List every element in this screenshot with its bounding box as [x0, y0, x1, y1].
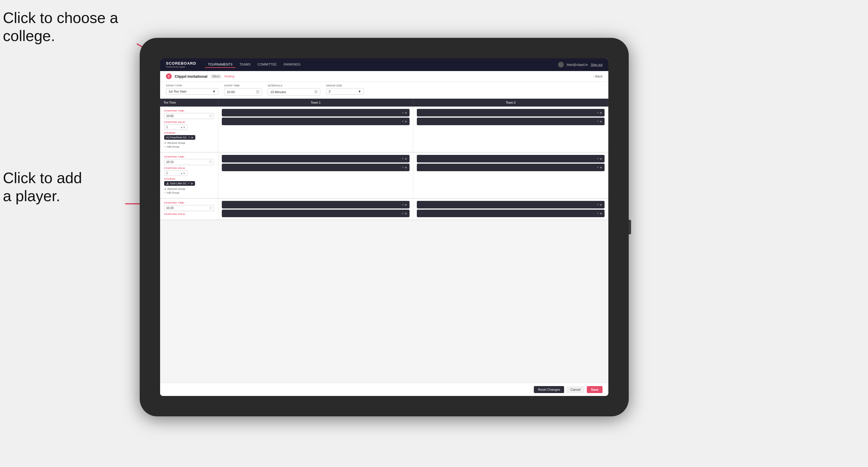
course-expand-1[interactable]: ▶	[191, 136, 193, 139]
logo-area: SCOREBOARD Powered by clippd	[166, 61, 196, 68]
player-slot-5-1[interactable]: ✕ ▶	[222, 201, 409, 209]
team2-cell-3: ✕ ▶ ✕ ▶	[413, 198, 608, 220]
user-avatar	[558, 62, 564, 67]
controls-row: Start Type 1st Tee Start ▼ Start Time 10…	[160, 82, 608, 99]
intervals-label: Intervals	[268, 84, 320, 87]
reset-changes-button[interactable]: Reset Changes	[534, 386, 564, 393]
remove-group-link-2[interactable]: ⊗ Remove Group	[164, 187, 214, 190]
th-tee-time: Tee Time	[160, 99, 218, 106]
start-type-group: Start Type 1st Tee Start ▼	[166, 84, 218, 95]
group-row-1: Starting Time: 10:00 ⓘ Starting Hole: 1 …	[160, 106, 608, 153]
annotation-add-player: Click to add a player.	[3, 169, 82, 205]
course-label-2: Course:	[164, 178, 214, 180]
nav-link-tournaments[interactable]: TOURNAMENTS	[205, 61, 236, 68]
player-slot-6-1[interactable]: ✕ ▶	[417, 201, 604, 209]
team1-cell-3: ✕ ▶ ✕ ▶	[218, 198, 413, 220]
nav-links: TOURNAMENTS TEAMS COMMITTEE RANKINGS	[205, 61, 558, 68]
team1-cell-1: ✕ ▶ ✕ ▶	[218, 106, 413, 152]
group-size-select[interactable]: 3 ▼	[326, 88, 364, 95]
team1-cell-2: ✕ ▶ ✕ ▶	[218, 153, 413, 198]
event-gender-badge: (Men)	[211, 74, 221, 79]
starting-time-input-3[interactable]: 10:20 ⓘ	[164, 205, 214, 211]
course-expand-2[interactable]: ▶	[191, 182, 193, 185]
start-time-select[interactable]: 10:00 ⓘ	[224, 88, 262, 95]
player-slot-4-2[interactable]: ✕ ▶	[417, 164, 604, 171]
starting-hole-label-2: Starting Hole:	[164, 167, 214, 169]
starting-time-label-2: Starting Time:	[164, 155, 214, 158]
add-group-link-1[interactable]: + Add Group	[164, 145, 214, 148]
starting-time-label-3: Starting Time:	[164, 201, 214, 204]
group-row-2: Starting Time: 10:10 ⓘ Starting Hole: 1 …	[160, 153, 608, 198]
player-slot-1-2[interactable]: ✕ ▶	[222, 118, 409, 125]
player-slot-2-1[interactable]: ✕ ▶	[417, 109, 604, 117]
starting-time-label-1: Starting Time:	[164, 110, 214, 112]
intervals-group: Intervals 10 Minutes ⓘ	[268, 84, 320, 95]
course-remove-2[interactable]: ✕	[188, 182, 190, 185]
player-slot-4-1[interactable]: ✕ ▶	[417, 155, 604, 162]
start-type-select[interactable]: 1st Tee Start ▼	[166, 88, 218, 95]
add-group-link-2[interactable]: + Add Group	[164, 191, 214, 194]
tablet-frame: SCOREBOARD Powered by clippd TOURNAMENTS…	[140, 38, 629, 416]
user-email: blair@clippd.io	[567, 63, 588, 66]
team2-cell-1: ✕ ▶ ✕ ▶	[413, 106, 608, 152]
bottom-bar: Reset Changes Cancel Save	[160, 383, 608, 396]
clippd-logo: C	[166, 73, 172, 79]
starting-time-input-2[interactable]: 10:10 ⓘ	[164, 159, 214, 165]
course-label-1: Course:	[164, 132, 214, 134]
starting-hole-label-1: Starting Hole:	[164, 121, 214, 123]
hosting-badge: Hosting	[224, 75, 234, 78]
player-slot-3-2[interactable]: ✕ ▶	[222, 164, 409, 171]
start-type-label: Start Type	[166, 84, 218, 87]
cancel-button[interactable]: Cancel	[566, 386, 585, 393]
course-badge-2[interactable]: 🏞 East Lake GC ✕ ▶	[164, 181, 195, 186]
course-badge-1[interactable]: (A) Peachtree GC ✕ ▶	[164, 135, 195, 140]
starting-hole-input-2[interactable]: 1 ▲▼	[164, 170, 187, 176]
nav-link-teams[interactable]: TEAMS	[237, 61, 253, 68]
starting-hole-label-3: Starting Hole:	[164, 213, 214, 215]
group-size-label: Group Size	[326, 84, 364, 87]
start-time-label: Start Time	[224, 84, 262, 87]
sub-header: C Clippd Invitational (Men) Hosting ‹ Ba…	[160, 71, 608, 82]
logo-text: SCOREBOARD	[166, 61, 196, 65]
intervals-select[interactable]: 10 Minutes ⓘ	[268, 88, 320, 95]
back-button[interactable]: ‹ Back	[593, 74, 602, 78]
player-slot-6-2[interactable]: ✕ ▶	[417, 210, 604, 217]
left-panel-1: Starting Time: 10:00 ⓘ Starting Hole: 1 …	[160, 106, 218, 152]
team2-cell-2: ✕ ▶ ✕ ▶	[413, 153, 608, 198]
player-slot-1-1[interactable]: ✕ ▶	[222, 109, 409, 117]
nav-link-rankings[interactable]: RANKINGS	[281, 61, 303, 68]
player-slot-5-2[interactable]: ✕ ▶	[222, 210, 409, 217]
starting-hole-input-1[interactable]: 1 ▲▼	[164, 124, 187, 130]
left-panel-3: Starting Time: 10:20 ⓘ Starting Hole:	[160, 198, 218, 220]
group-size-group: Group Size 3 ▼	[326, 84, 364, 95]
starting-time-input-1[interactable]: 10:00 ⓘ	[164, 113, 214, 119]
logo-sub: Powered by clippd	[166, 65, 196, 68]
left-panel-2: Starting Time: 10:10 ⓘ Starting Hole: 1 …	[160, 153, 218, 198]
start-time-group: Start Time 10:00 ⓘ	[224, 84, 262, 95]
tablet-side-button	[629, 220, 631, 235]
th-team2: Team 2	[413, 99, 608, 106]
tablet-screen: SCOREBOARD Powered by clippd TOURNAMENTS…	[160, 58, 608, 396]
player-slot-2-2[interactable]: ✕ ▶	[417, 118, 604, 125]
nav-link-committee[interactable]: COMMITTEE	[255, 61, 280, 68]
nav-right: blair@clippd.io Sign out	[558, 62, 602, 67]
group-row-3: Starting Time: 10:20 ⓘ Starting Hole: ✕ …	[160, 198, 608, 220]
schedule-table: Tee Time Team 1 Team 2 Starting Time: 10…	[160, 99, 608, 383]
course-remove-1[interactable]: ✕	[188, 136, 190, 139]
remove-group-link-1[interactable]: ⊗ Remove Group	[164, 142, 214, 145]
table-header: Tee Time Team 1 Team 2	[160, 99, 608, 106]
save-button[interactable]: Save	[587, 386, 602, 393]
nav-bar: SCOREBOARD Powered by clippd TOURNAMENTS…	[160, 58, 608, 71]
annotation-choose-college: Click to choose a college.	[3, 9, 118, 45]
player-slot-3-1[interactable]: ✕ ▶	[222, 155, 409, 162]
event-title: Clippd Invitational	[175, 74, 208, 79]
sign-out-link[interactable]: Sign out	[591, 63, 602, 66]
th-team1: Team 1	[218, 99, 413, 106]
